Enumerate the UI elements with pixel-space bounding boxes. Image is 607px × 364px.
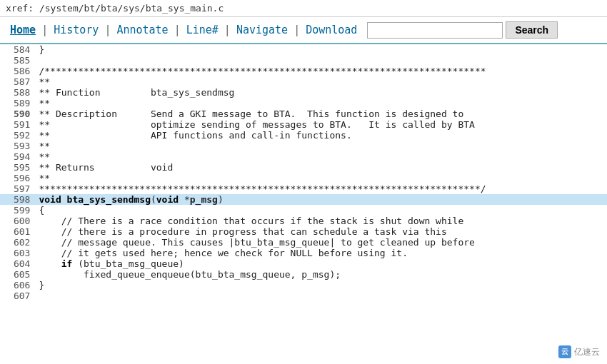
- code-line: **: [36, 98, 607, 108]
- nav-download[interactable]: Download: [301, 22, 361, 38]
- line-number: 592: [0, 130, 36, 141]
- code-line: ** Returns void: [36, 162, 607, 173]
- line-number: 607: [0, 290, 36, 301]
- nav-navigate[interactable]: Navigate: [232, 22, 292, 38]
- line-number: 600: [0, 216, 36, 226]
- line-number: 585: [0, 55, 36, 66]
- code-line: **: [36, 141, 607, 151]
- table-row: 589**: [0, 98, 607, 108]
- watermark: 云 亿速云: [558, 345, 600, 358]
- nav-history[interactable]: History: [49, 22, 103, 38]
- line-number: 593: [0, 141, 36, 151]
- code-line: }: [36, 280, 607, 290]
- code-area: 584}585586/*****************************…: [0, 44, 607, 355]
- nav-bar: Home | History | Annotate | Line# | Navi…: [0, 17, 607, 44]
- table-row: 599{: [0, 205, 607, 216]
- line-number: 598: [0, 194, 36, 205]
- table-row: 603 // it gets used here; hence we check…: [0, 248, 607, 258]
- table-row: 586/************************************…: [0, 66, 607, 76]
- table-row: 598void bta_sys_sendmsg(void *p_msg): [0, 194, 607, 205]
- table-row: 604 if (btu_bta_msg_queue): [0, 258, 607, 269]
- line-number: 594: [0, 151, 36, 162]
- code-line: **: [36, 173, 607, 183]
- line-number: 601: [0, 226, 36, 237]
- sep3: |: [174, 24, 181, 36]
- line-number: 589: [0, 98, 36, 108]
- line-number: 596: [0, 173, 36, 183]
- table-row: 601 // there is a procedure in progress …: [0, 226, 607, 237]
- code-line: // there is a procedure in progress that…: [36, 226, 607, 237]
- line-number: 591: [0, 119, 36, 130]
- code-line: void bta_sys_sendmsg(void *p_msg): [36, 194, 607, 205]
- code-line: **: [36, 76, 607, 87]
- line-number: 588: [0, 87, 36, 98]
- nav-home[interactable]: Home: [6, 22, 40, 38]
- table-row: 596**: [0, 173, 607, 183]
- code-line: ** Function bta_sys_sendmsg: [36, 87, 607, 98]
- line-number: 604: [0, 258, 36, 269]
- nav-lineno[interactable]: Line#: [182, 22, 223, 38]
- table-row: 602 // message queue. This causes |btu_b…: [0, 237, 607, 248]
- search-input[interactable]: [367, 22, 503, 39]
- line-number: 599: [0, 205, 36, 216]
- table-row: 607: [0, 290, 607, 301]
- sep5: |: [294, 24, 300, 36]
- code-line: fixed_queue_enqueue(btu_bta_msg_queue, p…: [36, 269, 607, 280]
- code-line: {: [36, 205, 607, 216]
- sep1: |: [41, 24, 48, 36]
- table-row: 606}: [0, 280, 607, 290]
- table-row: 605 fixed_queue_enqueue(btu_bta_msg_queu…: [0, 269, 607, 280]
- table-row: 587**: [0, 76, 607, 87]
- table-row: 600 // There is a race condition that oc…: [0, 216, 607, 226]
- line-number: 590: [0, 108, 36, 119]
- line-number: 587: [0, 76, 36, 87]
- line-number: 602: [0, 237, 36, 248]
- code-line: // message queue. This causes |btu_bta_m…: [36, 237, 607, 248]
- table-row: 595** Returns void: [0, 162, 607, 173]
- line-number: 586: [0, 66, 36, 76]
- code-line: **: [36, 151, 607, 162]
- code-line: ** Description Send a GKI message to BTA…: [36, 108, 607, 119]
- code-line: ****************************************…: [36, 183, 607, 194]
- code-line: ** API functions and call-in functions.: [36, 130, 607, 141]
- table-row: 591** optimize sending of messages to BT…: [0, 119, 607, 130]
- table-row: 588** Function bta_sys_sendmsg: [0, 87, 607, 98]
- table-row: 597*************************************…: [0, 183, 607, 194]
- xref-path: xref: /system/bt/bta/sys/bta_sys_main.c: [6, 3, 224, 14]
- xref-bar: xref: /system/bt/bta/sys/bta_sys_main.c: [0, 0, 607, 17]
- watermark-icon: 云: [558, 345, 571, 358]
- line-number: 606: [0, 280, 36, 290]
- line-number: 603: [0, 248, 36, 258]
- code-line: ** optimize sending of messages to BTA. …: [36, 119, 607, 130]
- code-line: // it gets used here; hence we check for…: [36, 248, 607, 258]
- search-button[interactable]: Search: [506, 21, 558, 39]
- sep2: |: [104, 24, 111, 36]
- line-number: 605: [0, 269, 36, 280]
- code-line: [36, 290, 607, 301]
- code-line: [36, 55, 607, 66]
- code-line: /***************************************…: [36, 66, 607, 76]
- table-row: 593**: [0, 141, 607, 151]
- table-row: 585: [0, 55, 607, 66]
- table-row: 584}: [0, 44, 607, 55]
- line-number: 597: [0, 183, 36, 194]
- nav-annotate[interactable]: Annotate: [112, 22, 172, 38]
- table-row: 590** Description Send a GKI message to …: [0, 108, 607, 119]
- code-table: 584}585586/*****************************…: [0, 44, 607, 301]
- code-line: if (btu_bta_msg_queue): [36, 258, 607, 269]
- sep4: |: [224, 24, 231, 36]
- code-line: // There is a race condition that occurs…: [36, 216, 607, 226]
- code-line: }: [36, 44, 607, 55]
- line-number: 595: [0, 162, 36, 173]
- line-number: 584: [0, 44, 36, 55]
- table-row: 592** API functions and call-in function…: [0, 130, 607, 141]
- table-row: 594**: [0, 151, 607, 162]
- watermark-text: 亿速云: [574, 346, 600, 358]
